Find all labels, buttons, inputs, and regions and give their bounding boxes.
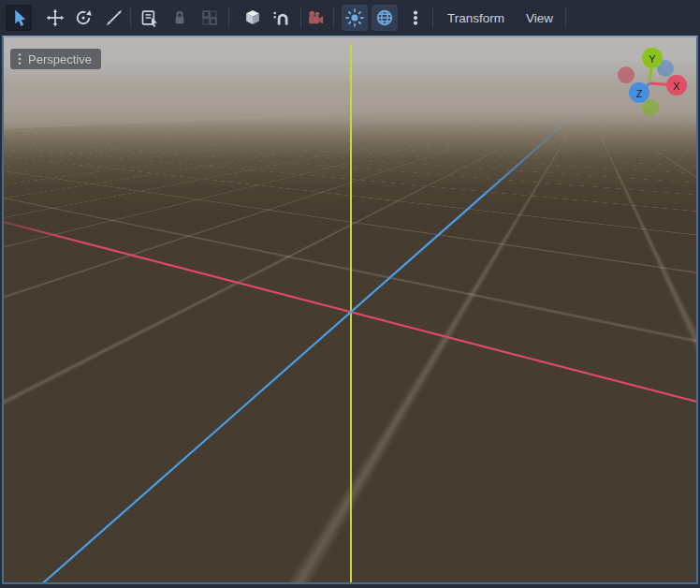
snap-button[interactable] — [268, 5, 294, 31]
globe-icon — [375, 8, 394, 27]
toolbar-separator — [130, 7, 131, 28]
move-icon — [46, 8, 65, 27]
group-button[interactable] — [197, 5, 223, 31]
perspective-dropdown[interactable]: Perspective — [10, 49, 101, 69]
cube-icon — [243, 8, 262, 27]
scale-tool-button[interactable] — [101, 5, 127, 31]
group-icon — [200, 8, 219, 27]
preview-sun-button[interactable] — [342, 5, 368, 31]
toolbar-separator — [432, 7, 433, 28]
gizmo-negative-y-ball[interactable] — [642, 99, 659, 116]
view-menu[interactable]: View — [517, 0, 562, 36]
move-tool-button[interactable] — [42, 5, 68, 31]
view-menu-label: View — [526, 11, 553, 25]
rotate-icon — [74, 8, 93, 27]
lock-button[interactable] — [167, 5, 193, 31]
scale-icon — [105, 8, 124, 27]
3d-viewport[interactable]: Perspective Y X — [2, 36, 698, 584]
camera-override-button[interactable] — [302, 5, 328, 31]
kebab-menu-icon — [406, 8, 425, 27]
snap-magnet-icon — [271, 8, 290, 27]
list-select-button[interactable] — [137, 5, 163, 31]
viewport-toolbar: Transform View — [0, 0, 700, 36]
transform-menu[interactable]: Transform — [438, 0, 514, 36]
kebab-menu-icon — [17, 51, 22, 66]
toolbar-separator — [300, 7, 301, 28]
perspective-label: Perspective — [28, 52, 92, 66]
toolbar-separator — [333, 7, 334, 28]
camera-icon — [306, 8, 325, 27]
gizmo-z-ball[interactable] — [629, 82, 649, 103]
list-select-icon — [140, 8, 159, 27]
more-options-button[interactable] — [402, 5, 429, 31]
world-axes — [4, 37, 696, 582]
select-arrow-icon — [9, 8, 28, 27]
sun-icon — [345, 8, 364, 27]
lock-icon — [170, 8, 189, 27]
transform-menu-label: Transform — [447, 11, 504, 25]
local-space-button[interactable] — [240, 5, 266, 31]
godot-3d-editor: Transform View — [0, 0, 700, 588]
gizmo-negative-x-ball[interactable] — [618, 66, 634, 83]
z-axis-line — [37, 113, 576, 582]
scene-sky: Perspective Y X — [4, 37, 696, 582]
rotate-tool-button[interactable] — [70, 5, 96, 31]
select-tool-button[interactable] — [6, 5, 32, 31]
toolbar-separator — [565, 7, 566, 28]
gizmo-y-ball[interactable] — [642, 48, 663, 68]
toolbar-separator — [228, 7, 229, 28]
preview-environment-button[interactable] — [372, 5, 398, 31]
gizmo-x-ball[interactable] — [666, 75, 687, 96]
view-orientation-gizmo: Y X Z — [603, 45, 696, 129]
